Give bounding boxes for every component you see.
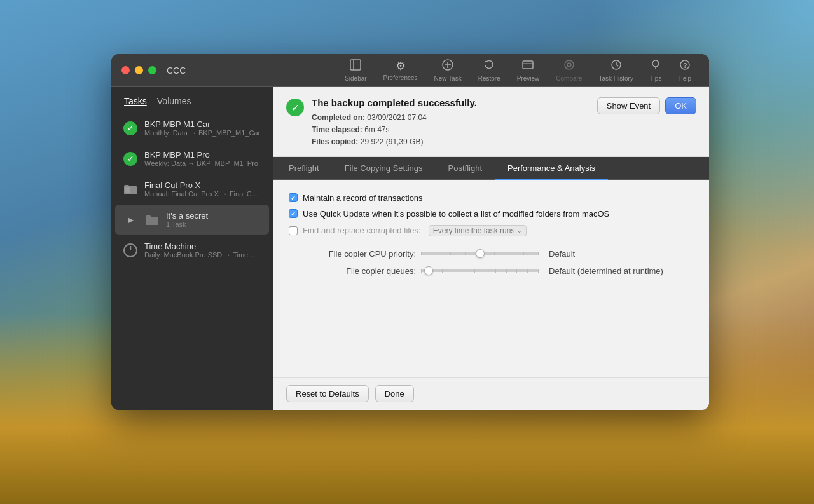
sidebar-item-text-secret: It's a secret 1 Task xyxy=(166,211,261,228)
tab-postflight[interactable]: Postflight xyxy=(436,157,495,180)
checkbox-label-transactions: Maintain a record of transactions xyxy=(303,193,423,203)
minimize-button[interactable] xyxy=(135,66,143,74)
tips-icon xyxy=(650,59,661,74)
toolbar-compare[interactable]: Compare xyxy=(548,57,590,85)
checkbox-corrupted[interactable] xyxy=(289,226,298,235)
restore-label: Restore xyxy=(478,75,500,82)
help-icon: ? xyxy=(679,59,691,74)
sidebar-list: ✓ BKP MBP M1 Car Monthly: Data → BKP_MBP… xyxy=(111,112,273,410)
toolbar-help[interactable]: ? Help xyxy=(670,57,699,85)
sidebar-tab-bar: Tasks Volumes xyxy=(111,87,273,112)
preferences-icon: ⚙ xyxy=(396,59,406,73)
svg-rect-0 xyxy=(350,60,361,70)
success-icon: ✓ xyxy=(286,99,304,116)
preview-icon xyxy=(522,59,534,74)
success-actions: Show Event OK xyxy=(597,97,696,114)
cpu-priority-track[interactable] xyxy=(421,252,539,255)
sidebar-item-sub-tm: Daily: MacBook Pro SSD → Time Capsule xyxy=(144,251,261,259)
svg-text:?: ? xyxy=(683,62,687,69)
sidebar-item-fcp[interactable]: Final Cut Pro X Manual: Final Cut Pro X … xyxy=(115,174,269,204)
main-area: Tasks Volumes ✓ BKP MBP M1 Car Monthly: … xyxy=(111,87,709,410)
svg-rect-16 xyxy=(125,187,130,193)
tab-bar: Preflight File Copying Settings Postflig… xyxy=(273,157,709,180)
svg-line-11 xyxy=(616,65,618,66)
completed-label: Completed on: xyxy=(312,113,365,122)
sidebar-item-sub-car: Monthly: Data → BKP_MBP_M1_Car xyxy=(144,129,261,137)
files-value: 29 922 (91,39 GB) xyxy=(361,137,424,146)
help-label: Help xyxy=(678,75,691,82)
files-label: Files copied: xyxy=(312,137,358,146)
sidebar-item-sub-secret: 1 Task xyxy=(166,221,261,228)
new-task-icon xyxy=(442,59,453,74)
sidebar-item-sub-fcp: Manual: Final Cut Pro X → Final Cut Pro … xyxy=(144,190,261,198)
compare-label: Compare xyxy=(556,75,582,82)
check-icon-car: ✓ xyxy=(123,121,138,136)
sidebar-item-time-machine[interactable]: Time Machine Daily: MacBook Pro SSD → Ti… xyxy=(115,235,269,265)
sidebar-item-text-tm: Time Machine Daily: MacBook Pro SSD → Ti… xyxy=(144,242,261,259)
toolbar-tips[interactable]: Tips xyxy=(642,57,670,85)
check-icon-pro: ✓ xyxy=(123,151,138,167)
show-event-button[interactable]: Show Event xyxy=(597,97,660,114)
svg-rect-5 xyxy=(523,61,533,69)
svg-point-8 xyxy=(567,63,571,67)
success-banner: ✓ The backup completed successfully. Com… xyxy=(273,87,709,157)
cpu-priority-value: Default xyxy=(549,249,575,259)
sidebar-item-bkp-car[interactable]: ✓ BKP MBP M1 Car Monthly: Data → BKP_MBP… xyxy=(115,113,269,143)
success-title: The backup completed successfully. xyxy=(312,97,590,108)
sidebar-icon xyxy=(350,59,361,74)
elapsed-value: 6m 47s xyxy=(364,125,389,134)
checkbox-row-corrupted: Find and replace corrupted files: Every … xyxy=(289,225,694,236)
corrupted-select[interactable]: Every time the task runs ⌄ xyxy=(429,225,527,236)
preferences-label: Preferences xyxy=(383,74,418,81)
toolbar-task-history[interactable]: Task History xyxy=(591,57,640,85)
sidebar-item-name-pro: BKP MBP M1 Pro xyxy=(144,150,261,160)
svg-point-7 xyxy=(565,60,574,69)
cpu-priority-thumb[interactable] xyxy=(476,249,485,258)
toolbar-restore[interactable]: Restore xyxy=(471,57,508,85)
sidebar-item-text-car: BKP MBP M1 Car Monthly: Data → BKP_MBP_M… xyxy=(144,119,261,137)
sidebar-item-bkp-pro[interactable]: ✓ BKP MBP M1 Pro Weekly: Data → BKP_MBP_… xyxy=(115,144,269,174)
slider-section: File copier CPU priority: xyxy=(289,249,694,276)
preview-label: Preview xyxy=(517,75,540,82)
traffic-lights xyxy=(121,66,156,74)
tab-content-performance: Maintain a record of transactions Use Qu… xyxy=(273,180,709,377)
toolbar-preview[interactable]: Preview xyxy=(509,57,548,85)
app-title: CCC xyxy=(167,65,186,76)
checkbox-quick-update[interactable] xyxy=(289,209,298,218)
restore-icon xyxy=(483,59,495,74)
success-detail: Completed on: 03/09/2021 07:04 Time elap… xyxy=(312,112,590,149)
sidebar-item-text-fcp: Final Cut Pro X Manual: Final Cut Pro X … xyxy=(144,180,261,198)
done-button[interactable]: Done xyxy=(375,385,414,402)
queues-label: File copier queues: xyxy=(289,266,416,276)
clock-icon-tm xyxy=(123,243,138,258)
tab-volumes[interactable]: Volumes xyxy=(155,95,194,107)
sidebar-item-name-tm: Time Machine xyxy=(144,242,261,251)
bottom-bar: Reset to Defaults Done xyxy=(273,377,709,410)
fullscreen-button[interactable] xyxy=(148,66,156,74)
elapsed-label: Time elapsed: xyxy=(312,125,362,134)
corrupted-select-value: Every time the task runs xyxy=(433,226,515,235)
svg-point-12 xyxy=(652,60,659,67)
ok-button[interactable]: OK xyxy=(665,97,696,114)
tab-preflight[interactable]: Preflight xyxy=(276,157,332,180)
toolbar-new-task[interactable]: New Task xyxy=(427,57,469,85)
reset-defaults-button[interactable]: Reset to Defaults xyxy=(286,385,369,402)
toolbar-sidebar[interactable]: Sidebar xyxy=(337,57,374,85)
tab-file-copying[interactable]: File Copying Settings xyxy=(332,157,436,180)
folder-icon-fcp xyxy=(123,182,138,197)
sidebar-item-secret[interactable]: ▶ It's a secret 1 Task xyxy=(115,205,269,235)
sidebar-label: Sidebar xyxy=(345,75,366,82)
checkbox-transactions[interactable] xyxy=(289,193,298,202)
sidebar-item-name-fcp: Final Cut Pro X xyxy=(144,180,261,190)
queues-track[interactable] xyxy=(421,269,539,272)
app-window: CCC Sidebar ⚙ Preferences xyxy=(111,54,709,410)
close-button[interactable] xyxy=(121,66,130,74)
tab-performance[interactable]: Performance & Analysis xyxy=(495,157,608,180)
tab-tasks[interactable]: Tasks xyxy=(121,95,149,107)
queues-thumb[interactable] xyxy=(424,266,433,275)
sidebar: Tasks Volumes ✓ BKP MBP M1 Car Monthly: … xyxy=(111,87,273,410)
new-task-label: New Task xyxy=(434,75,462,82)
sidebar-item-name-secret: It's a secret xyxy=(166,211,261,221)
toolbar-preferences[interactable]: ⚙ Preferences xyxy=(376,57,425,84)
checkbox-label-quick-update: Use Quick Update when it's possible to c… xyxy=(303,209,609,219)
